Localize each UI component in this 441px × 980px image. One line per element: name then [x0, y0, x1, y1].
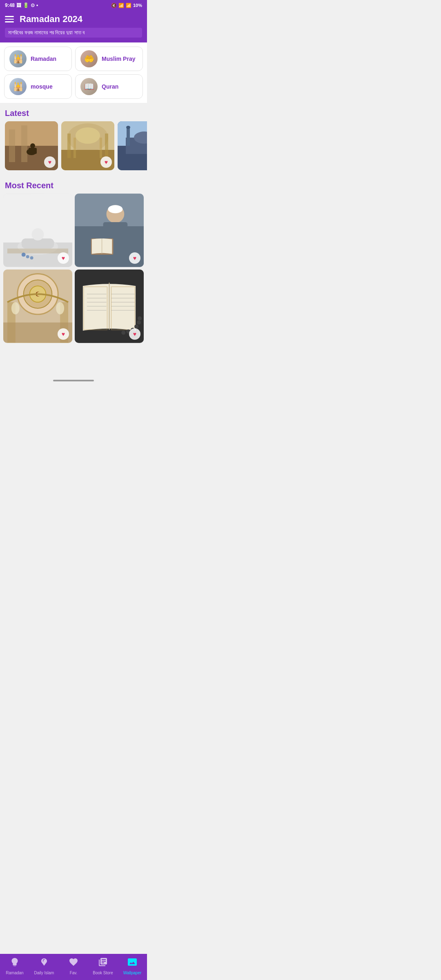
svg-rect-14 — [100, 138, 102, 158]
svg-point-38 — [108, 205, 123, 213]
status-icons: 🔇 📶 📶 10% — [111, 3, 142, 8]
heart-button-recent-2[interactable]: ♥ — [129, 252, 140, 264]
mosque-label: mosque — [31, 83, 53, 90]
svg-rect-31 — [7, 249, 68, 254]
muslim-pray-label: Muslim Pray — [102, 56, 135, 62]
svg-rect-11 — [67, 134, 71, 158]
bottom-spacer — [0, 348, 147, 381]
wifi-icon: 📶 — [118, 3, 124, 8]
svg-point-34 — [30, 256, 33, 260]
quran-label: Quran — [102, 83, 118, 90]
category-muslim-pray[interactable]: 🤲 Muslim Pray — [75, 47, 143, 71]
heart-button-2[interactable]: ♥ — [100, 156, 112, 168]
menu-button[interactable] — [5, 16, 14, 22]
mosque-avatar: 🕌 — [9, 78, 27, 95]
svg-point-22 — [126, 126, 130, 129]
circle-icon: ⊙ — [31, 2, 35, 8]
battery-charging-icon: 🔋 — [23, 2, 29, 8]
svg-rect-6 — [29, 148, 37, 154]
svg-rect-12 — [105, 134, 108, 158]
svg-point-5 — [30, 143, 35, 148]
marquee-text: মাগরিবের ফরজ নামাযের পর নিয়ের দুয়া সাত… — [5, 28, 142, 38]
svg-rect-13 — [74, 138, 76, 158]
svg-point-66 — [121, 331, 125, 335]
recent-item-2[interactable]: ♥ — [75, 194, 144, 267]
latest-item-3[interactable]: ♥ — [118, 121, 147, 170]
latest-image-3 — [118, 121, 147, 170]
most-recent-section-title: Most Recent — [0, 175, 147, 194]
svg-point-32 — [22, 253, 26, 257]
recent-item-3[interactable]: ☪ ♥ — [3, 270, 72, 343]
status-time: 9:48 🖼 🔋 ⊙ • — [5, 2, 38, 8]
category-mosque[interactable]: 🕌 mosque — [4, 74, 72, 99]
svg-point-70 — [137, 321, 141, 325]
recent-item-1[interactable]: ♥ — [3, 194, 72, 267]
heart-button-1[interactable]: ♥ — [44, 156, 56, 168]
svg-point-33 — [26, 255, 29, 258]
svg-rect-3 — [21, 125, 27, 162]
app-title: Ramadan 2024 — [20, 14, 82, 24]
svg-point-30 — [32, 228, 44, 241]
most-recent-grid: ♥ ♥ — [0, 194, 147, 348]
app-header: Ramadan 2024 মাগরিবের ফরজ নামাযের পর নিয… — [0, 11, 147, 42]
svg-rect-20 — [127, 127, 130, 146]
svg-point-51 — [56, 302, 64, 314]
svg-point-71 — [138, 316, 142, 321]
recent-item-4[interactable]: ♥ — [75, 270, 144, 343]
heart-button-recent-4[interactable]: ♥ — [129, 328, 140, 340]
dot-icon: • — [36, 2, 38, 8]
ramadan-avatar: 🕌 — [9, 50, 27, 67]
categories-grid: 🕌 Ramadan 🤲 Muslim Pray 🕌 mosque 📖 Quran — [0, 42, 147, 103]
svg-rect-2 — [9, 129, 15, 162]
signal-icon: 📶 — [126, 3, 131, 8]
latest-item-2[interactable]: ♥ — [61, 121, 114, 170]
ramadan-label: Ramadan — [31, 56, 56, 62]
quran-avatar: 📖 — [80, 78, 98, 95]
category-ramadan[interactable]: 🕌 Ramadan — [4, 47, 72, 71]
category-quran[interactable]: 📖 Quran — [75, 74, 143, 99]
home-indicator-bar — [53, 380, 94, 381]
svg-point-9 — [76, 127, 100, 144]
heart-button-recent-1[interactable]: ♥ — [58, 252, 69, 264]
gallery-icon: 🖼 — [16, 2, 21, 8]
latest-section-title: Latest — [0, 103, 147, 121]
latest-scroll-list: ♥ ♥ — [0, 121, 147, 175]
svg-point-50 — [11, 302, 20, 314]
mute-icon: 🔇 — [111, 3, 117, 8]
heart-button-recent-3[interactable]: ♥ — [58, 328, 69, 340]
latest-item-1[interactable]: ♥ — [5, 121, 58, 170]
muslim-pray-avatar: 🤲 — [80, 50, 98, 67]
home-indicator — [0, 381, 147, 405]
status-bar: 9:48 🖼 🔋 ⊙ • 🔇 📶 📶 10% — [0, 0, 147, 11]
